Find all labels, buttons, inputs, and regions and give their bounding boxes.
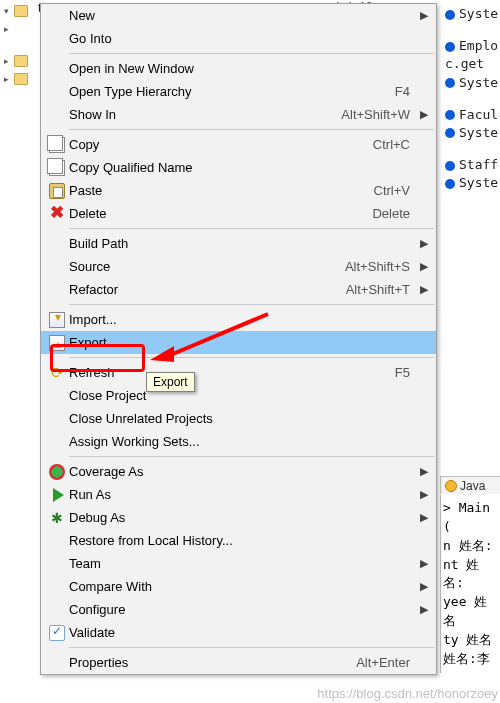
menu-item-label: Copy Qualified Name <box>69 160 410 175</box>
menu-item-label: Refresh <box>69 365 387 380</box>
folder-icon <box>14 5 28 17</box>
menu-accelerator: F4 <box>395 84 410 99</box>
menu-item-debug-as[interactable]: ✱Debug As▶ <box>41 506 436 529</box>
paste-icon <box>49 183 65 199</box>
menu-item-close-project[interactable]: Close Project <box>41 384 436 407</box>
context-menu: New▶Go IntoOpen in New WindowOpen Type H… <box>40 3 437 675</box>
menu-accelerator: Ctrl+C <box>373 137 410 152</box>
menu-item-label: Source <box>69 259 337 274</box>
submenu-arrow-icon: ▶ <box>420 283 428 296</box>
menu-item-label: Export... <box>69 335 410 350</box>
menu-item-close-unrelated[interactable]: Close Unrelated Projects <box>41 407 436 430</box>
menu-item-open-type-hierarchy[interactable]: Open Type HierarchyF4 <box>41 80 436 103</box>
menu-item-go-into[interactable]: Go Into <box>41 27 436 50</box>
run-icon <box>53 488 64 502</box>
menu-item-copy-qualified-name[interactable]: Copy Qualified Name <box>41 156 436 179</box>
menu-item-copy[interactable]: CopyCtrl+C <box>41 133 436 156</box>
menu-item-label: Paste <box>69 183 366 198</box>
menu-item-label: Copy <box>69 137 365 152</box>
menu-item-source[interactable]: SourceAlt+Shift+S▶ <box>41 255 436 278</box>
menu-item-label: Build Path <box>69 236 410 251</box>
submenu-arrow-icon: ▶ <box>420 465 428 478</box>
menu-item-label: Go Into <box>69 31 410 46</box>
menu-item-label: Close Project <box>69 388 410 403</box>
menu-accelerator: Alt+Shift+S <box>345 259 410 274</box>
coverage-icon <box>49 464 65 480</box>
menu-item-label: Coverage As <box>69 464 410 479</box>
menu-accelerator: Alt+Enter <box>356 655 410 670</box>
submenu-arrow-icon: ▶ <box>420 108 428 121</box>
menu-item-validate[interactable]: Validate <box>41 621 436 644</box>
menu-item-export[interactable]: Export... <box>41 331 436 354</box>
menu-separator <box>69 53 434 54</box>
menu-item-delete[interactable]: ✖DeleteDelete <box>41 202 436 225</box>
menu-item-label: Close Unrelated Projects <box>69 411 410 426</box>
menu-accelerator: Alt+Shift+T <box>346 282 410 297</box>
menu-item-show-in[interactable]: Show InAlt+Shift+W▶ <box>41 103 436 126</box>
menu-item-label: Open Type Hierarchy <box>69 84 387 99</box>
menu-item-restore-local-history[interactable]: Restore from Local History... <box>41 529 436 552</box>
console-output: > Main ( n 姓名: nt 姓名: yee 姓名 ty 姓名 姓名:李 <box>440 495 500 673</box>
menu-item-label: Show In <box>69 107 333 122</box>
menu-item-label: Refactor <box>69 282 338 297</box>
menu-separator <box>69 228 434 229</box>
folder-icon <box>14 55 28 67</box>
menu-item-run-as[interactable]: Run As▶ <box>41 483 436 506</box>
menu-item-assign-working-sets[interactable]: Assign Working Sets... <box>41 430 436 453</box>
view-tab-javadoc[interactable]: Java <box>440 476 500 494</box>
menu-item-label: Validate <box>69 625 410 640</box>
validate-icon <box>49 625 65 641</box>
submenu-arrow-icon: ▶ <box>420 488 428 501</box>
menu-item-label: Assign Working Sets... <box>69 434 410 449</box>
menu-item-label: Import... <box>69 312 410 327</box>
delete-icon: ✖ <box>49 206 65 222</box>
menu-item-label: Open in New Window <box>69 61 410 76</box>
menu-item-label: Debug As <box>69 510 410 525</box>
menu-separator <box>69 304 434 305</box>
submenu-arrow-icon: ▶ <box>420 511 428 524</box>
refresh-icon: ⟳ <box>49 365 65 381</box>
menu-item-label: Properties <box>69 655 348 670</box>
menu-item-compare-with[interactable]: Compare With▶ <box>41 575 436 598</box>
submenu-arrow-icon: ▶ <box>420 237 428 250</box>
project-explorer-tree[interactable]: ▾ ▸ ▸ ▸ <box>0 0 40 703</box>
debug-icon: ✱ <box>49 510 65 526</box>
menu-item-label: Compare With <box>69 579 410 594</box>
import-icon <box>49 312 65 328</box>
javadoc-icon <box>445 480 457 492</box>
menu-item-import[interactable]: Import... <box>41 308 436 331</box>
menu-item-coverage-as[interactable]: Coverage As▶ <box>41 460 436 483</box>
menu-separator <box>69 129 434 130</box>
menu-item-properties[interactable]: PropertiesAlt+Enter <box>41 651 436 674</box>
menu-accelerator: F5 <box>395 365 410 380</box>
menu-item-label: Configure <box>69 602 410 617</box>
menu-item-configure[interactable]: Configure▶ <box>41 598 436 621</box>
menu-item-open-new-window[interactable]: Open in New Window <box>41 57 436 80</box>
copy-icon <box>49 160 65 176</box>
watermark: https://blog.csdn.net/honorzoey <box>317 686 498 701</box>
export-icon <box>49 335 65 351</box>
menu-item-paste[interactable]: PasteCtrl+V <box>41 179 436 202</box>
copy-icon <box>49 137 65 153</box>
menu-item-label: Delete <box>69 206 364 221</box>
menu-item-new[interactable]: New▶ <box>41 4 436 27</box>
folder-icon <box>14 73 28 85</box>
menu-separator <box>69 357 434 358</box>
menu-item-refactor[interactable]: RefactorAlt+Shift+T▶ <box>41 278 436 301</box>
menu-item-refresh[interactable]: ⟳RefreshF5 <box>41 361 436 384</box>
menu-item-label: Restore from Local History... <box>69 533 410 548</box>
menu-accelerator: Delete <box>372 206 410 221</box>
menu-accelerator: Ctrl+V <box>374 183 410 198</box>
submenu-arrow-icon: ▶ <box>420 580 428 593</box>
submenu-arrow-icon: ▶ <box>420 557 428 570</box>
menu-item-team[interactable]: Team▶ <box>41 552 436 575</box>
menu-item-label: Run As <box>69 487 410 502</box>
menu-item-label: New <box>69 8 410 23</box>
submenu-arrow-icon: ▶ <box>420 9 428 22</box>
menu-item-label: Team <box>69 556 410 571</box>
menu-item-build-path[interactable]: Build Path▶ <box>41 232 436 255</box>
tooltip-export: Export <box>146 372 195 392</box>
submenu-arrow-icon: ▶ <box>420 260 428 273</box>
menu-accelerator: Alt+Shift+W <box>341 107 410 122</box>
submenu-arrow-icon: ▶ <box>420 603 428 616</box>
